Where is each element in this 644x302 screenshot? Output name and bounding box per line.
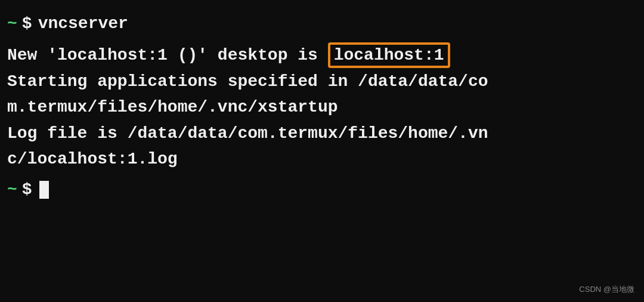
command-text: vncserver xyxy=(38,11,128,36)
terminal-cursor xyxy=(39,181,49,199)
output-line-3: m.termux/files/home/.vnc/xstartup xyxy=(7,94,637,120)
output-line-4: Log file is /data/data/com.termux/files/… xyxy=(7,121,637,146)
watermark: CSDN @当地微 xyxy=(579,284,634,295)
prompt-dollar: $ xyxy=(22,11,32,36)
second-prompt-dollar: $ xyxy=(22,180,32,199)
output-line-1: New 'localhost:1 ()' desktop is localhos… xyxy=(7,42,637,68)
output-line-2: Starting applications specified in /data… xyxy=(7,69,637,94)
second-prompt-row: ~ $ xyxy=(7,180,637,199)
output-block: New 'localhost:1 ()' desktop is localhos… xyxy=(7,42,637,172)
highlighted-localhost: localhost:1 xyxy=(328,42,450,68)
output-text-before-highlight: New 'localhost:1 ()' desktop is xyxy=(7,46,328,64)
output-line-5: c/localhost:1.log xyxy=(7,146,637,172)
terminal-window: ~ $ vncserver New 'localhost:1 ()' deskt… xyxy=(0,0,644,302)
command-line: ~ $ vncserver xyxy=(7,11,637,36)
second-prompt-tilde: ~ xyxy=(7,180,17,199)
prompt-tilde: ~ xyxy=(7,11,17,36)
